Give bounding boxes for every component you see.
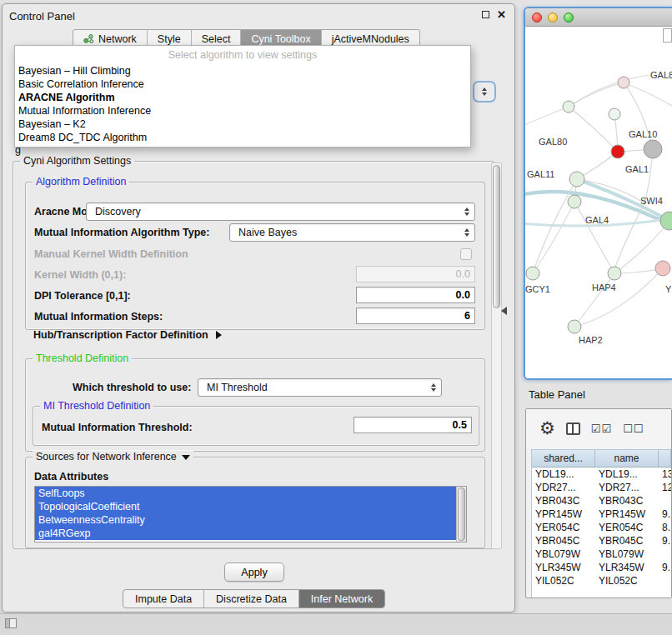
table-cell: YIL052C	[532, 575, 595, 587]
table-cell: 13	[659, 468, 671, 480]
table-row[interactable]: YPR145WYPR145W9.	[532, 508, 671, 521]
table-panel-title: Table Panel	[529, 388, 585, 401]
table-row[interactable]: YBL079WYBL079W	[532, 548, 671, 561]
table-body: YDL19...YDL19...13YDR27...YDR27...12YBR0…	[532, 468, 671, 588]
table-cell: YPR145W	[595, 508, 659, 520]
mi-type-label: Mutual Information Algorithm Type:	[34, 227, 209, 238]
stepper-down-icon	[482, 92, 487, 96]
algorithm-option-aracne-algorithm[interactable]: ARACNE Algorithm	[15, 91, 470, 104]
table-cell: 9.	[659, 562, 671, 573]
network-node[interactable]	[655, 261, 670, 276]
panel-splitter-icon[interactable]	[501, 307, 507, 315]
data-attributes-label: Data Attributes	[34, 471, 108, 482]
settings-scrollbar[interactable]	[491, 162, 502, 549]
network-window-titlebar[interactable]	[525, 8, 672, 27]
combo-arrows-icon	[459, 208, 474, 216]
bottom-tab-infer-network[interactable]: Infer Network	[299, 590, 384, 608]
scrollbar-thumb[interactable]	[458, 488, 465, 541]
network-node[interactable]	[568, 320, 581, 333]
column-header-shared[interactable]: shared...	[532, 450, 595, 467]
network-node[interactable]	[609, 108, 620, 120]
algorithm-option-mutual-information-inference[interactable]: Mutual Information Inference	[15, 104, 470, 118]
bottom-tab-discretize-data[interactable]: Discretize Data	[204, 590, 299, 608]
tab-label: Network	[98, 33, 137, 45]
table-cell: 8.	[659, 522, 671, 533]
mi-steps-input[interactable]	[356, 308, 475, 324]
table-row[interactable]: YER054CYER054C8.	[532, 521, 671, 534]
bottom-tab-impute-data[interactable]: Impute Data	[123, 590, 204, 608]
bottom-tab-strip: Impute DataDiscretize DataInfer Network	[123, 589, 385, 608]
manual-kernel-checkbox[interactable]	[460, 248, 472, 260]
select-all-icon[interactable]: ☑☑	[591, 422, 612, 435]
settings-group-title: Cyni Algorithm Settings	[20, 155, 134, 168]
network-node[interactable]	[611, 145, 624, 158]
network-node[interactable]	[526, 267, 539, 280]
table-cell: YBR045C	[532, 535, 595, 547]
gear-icon[interactable]: ⚙	[539, 419, 555, 438]
columns-icon[interactable]	[566, 422, 580, 435]
minimize-window-icon[interactable]	[548, 12, 558, 22]
apply-button[interactable]: Apply	[224, 562, 284, 582]
table-row[interactable]: YDL19...YDL19...13	[532, 468, 671, 481]
algorithm-option-dream8-dc-tdc-algorithm[interactable]: Dream8 DC_TDC Algorithm	[15, 131, 470, 144]
network-scrollbar-fragment[interactable]	[663, 28, 672, 42]
table-row[interactable]: YBR043CYBR043C	[532, 494, 671, 508]
attribute-list-scrollbar[interactable]	[456, 487, 466, 542]
minimized-panel-icon[interactable]	[5, 618, 17, 628]
table-cell: YER054C	[532, 522, 595, 533]
network-edge	[615, 203, 644, 267]
attribute-item-selfloops[interactable]: SelfLoops	[35, 487, 456, 500]
network-node[interactable]	[608, 267, 621, 280]
attribute-item-betweennesscentrality[interactable]: BetweennessCentrality	[35, 513, 456, 527]
attribute-item-gal4rgexp[interactable]: gal4RGexp	[35, 527, 456, 540]
column-header-name[interactable]: name	[595, 450, 659, 467]
algorithm-definition-group: Algorithm Definition Aracne Mode: Discov…	[25, 182, 485, 330]
algorithm-combo-stepper[interactable]	[473, 81, 496, 102]
attribute-rows: SelfLoopsTopologicalCoefficientBetweenne…	[35, 487, 456, 542]
table-row[interactable]: YBR045CYBR045C9.	[532, 534, 671, 548]
close-icon[interactable]: ✕	[497, 10, 506, 19]
which-threshold-select[interactable]: MI Threshold	[198, 378, 442, 397]
scrollbar-thumb[interactable]	[493, 165, 500, 308]
network-node[interactable]	[568, 195, 581, 208]
float-window-icon[interactable]	[482, 11, 489, 18]
tab-label: Style	[158, 33, 181, 45]
tab-label: Select	[202, 33, 231, 45]
zoom-window-icon[interactable]	[564, 12, 574, 22]
network-canvas[interactable]: GAL80GAL80GAL10GAL11GAL1SWI4GAL4GCY1HAP4…	[525, 27, 672, 380]
deselect-all-icon[interactable]: ☐☐	[623, 422, 644, 435]
aracne-mode-select[interactable]: Discovery	[86, 202, 475, 221]
network-node[interactable]	[569, 172, 584, 187]
attribute-list[interactable]: SelfLoopsTopologicalCoefficientBetweenne…	[34, 486, 467, 542]
table-row[interactable]: YIL052CYIL052C	[532, 574, 671, 588]
network-canvas-svg: GAL80GAL80GAL10GAL11GAL1SWI4GAL4GCY1HAP4…	[525, 27, 672, 380]
network-node[interactable]	[644, 140, 662, 158]
network-node[interactable]	[660, 212, 672, 230]
dpi-tolerance-input[interactable]	[356, 287, 475, 303]
network-node[interactable]	[563, 101, 574, 112]
sources-group-title[interactable]: Sources for Network Inference	[33, 451, 193, 463]
column-header-2[interactable]	[659, 450, 671, 467]
mi-threshold-input[interactable]	[354, 417, 472, 433]
close-window-icon[interactable]	[532, 12, 542, 22]
mi-steps-label: Mutual Information Steps:	[34, 311, 163, 322]
attribute-item-topologicalcoefficient[interactable]: TopologicalCoefficient	[35, 500, 456, 513]
cyni-settings-group: Cyni Algorithm Settings Algorithm Defini…	[13, 161, 494, 549]
network-view-window[interactable]: GAL80GAL80GAL10GAL11GAL1SWI4GAL4GCY1HAP4…	[524, 7, 672, 380]
which-threshold-label: Which threshold to use:	[73, 382, 191, 393]
table-row[interactable]: YLR345WYLR345W9.	[532, 561, 671, 574]
algorithm-option-basic-correlation-inference[interactable]: Basic Correlation Inference	[15, 78, 470, 91]
network-node-label: GAL1	[625, 164, 649, 174]
table-cell: 9.	[659, 535, 671, 547]
network-edge	[574, 202, 614, 273]
hub-definition-expander[interactable]: Hub/Transcription Factor Definition	[33, 329, 222, 341]
network-node[interactable]	[618, 77, 629, 88]
table-cell: YDL19...	[532, 468, 595, 480]
algorithm-option-bayesian-hill-climbing[interactable]: Bayesian – Hill Climbing	[15, 64, 470, 78]
mi-type-select[interactable]: Naive Bayes	[229, 223, 475, 242]
algorithm-option-bayesian-k2[interactable]: Bayesian – K2	[15, 118, 470, 131]
combo-arrows-icon	[459, 228, 474, 237]
kernel-width-input[interactable]	[356, 266, 475, 282]
table-row[interactable]: YDR27...YDR27...12	[532, 481, 671, 494]
combo-arrows-icon	[426, 383, 441, 392]
